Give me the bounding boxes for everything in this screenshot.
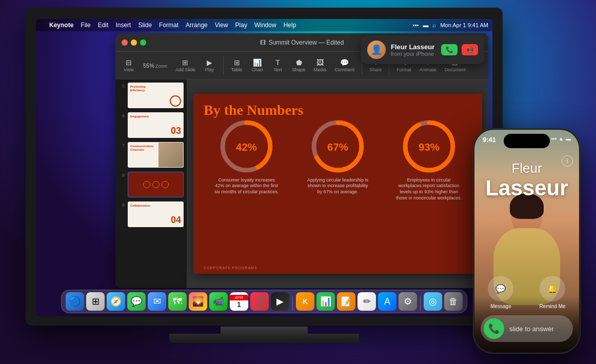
dock-numbers[interactable]: 📊 bbox=[316, 292, 335, 311]
donut-3-caption: Employees in circular workplaces report … bbox=[395, 177, 462, 201]
text-icon: T bbox=[275, 59, 280, 66]
donut-svg-2: 67% bbox=[311, 119, 365, 173]
slide-thumb-6[interactable]: Engagement 03 bbox=[128, 112, 184, 138]
menubar-format[interactable]: Format bbox=[156, 21, 182, 30]
dock-calendar[interactable]: APR 1 bbox=[230, 292, 248, 311]
slide-thumb-5[interactable]: PromotingEfficiency bbox=[128, 83, 184, 108]
dock-mail[interactable]: ✉ bbox=[148, 292, 166, 311]
keynote-main: 5 PromotingEfficiency 6 Engagement 03 bbox=[115, 79, 488, 288]
donut-2-caption: Applying circular leadership is shown to… bbox=[304, 177, 371, 195]
svg-text:67%: 67% bbox=[327, 141, 348, 153]
iphone-screen: 9:41 ▪▪▪ ▲ ▬ Fleur Lasseur 💬 Message bbox=[474, 130, 579, 352]
zoom-label: Zoom bbox=[155, 64, 167, 69]
slide-to-answer[interactable]: 📞 slide to answer bbox=[481, 315, 573, 342]
menubar-arrange[interactable]: Arrange bbox=[183, 21, 211, 30]
donut-svg-1: 42% bbox=[220, 119, 273, 173]
answer-phone-button[interactable]: 📞 bbox=[484, 318, 504, 339]
remind-btn-label: Remind Me bbox=[539, 304, 565, 309]
remind-btn[interactable]: 🔔 Remind Me bbox=[539, 276, 565, 309]
slide-thumb-7[interactable]: CommunicationChannels bbox=[128, 142, 184, 168]
svg-text:42%: 42% bbox=[236, 141, 257, 153]
toolbar-play[interactable]: ▶ Play bbox=[201, 57, 219, 74]
menubar-file[interactable]: File bbox=[77, 21, 93, 30]
info-button[interactable]: i bbox=[562, 155, 573, 167]
call-avatar: 👤 bbox=[367, 41, 386, 59]
shape-icon: ⬟ bbox=[296, 59, 302, 66]
slide-panel[interactable]: 5 PromotingEfficiency 6 Engagement 03 bbox=[115, 79, 187, 288]
slide-item-5[interactable]: 5 PromotingEfficiency bbox=[117, 82, 185, 109]
dock-trash[interactable]: 🗑 bbox=[444, 292, 463, 311]
decline-call-button[interactable]: 📵 bbox=[462, 44, 478, 55]
slide-number-5: 5 bbox=[118, 84, 125, 89]
message-btn-label: Message bbox=[490, 304, 511, 309]
toolbar-zoom[interactable]: 55% Zoom bbox=[140, 60, 170, 71]
toolbar-add-slide[interactable]: ⊞ Add Slide bbox=[172, 57, 198, 74]
dock-music[interactable]: 🎵 bbox=[250, 292, 269, 311]
menubar-edit[interactable]: Edit bbox=[95, 21, 112, 30]
dock-launchpad[interactable]: ⊞ bbox=[86, 292, 105, 311]
minimize-button[interactable] bbox=[131, 39, 137, 46]
slide-view: By the Numbers 42% bbox=[187, 79, 488, 288]
accept-call-button[interactable]: 📞 bbox=[441, 44, 458, 55]
menubar-search-icon[interactable]: ⌕ bbox=[432, 22, 436, 28]
dock-appstore[interactable]: A bbox=[378, 292, 396, 311]
toolbar-view[interactable]: ⊟ View bbox=[120, 57, 138, 74]
slide-item-8[interactable]: 8 bbox=[117, 171, 185, 198]
slide-item-6[interactable]: 6 Engagement 03 bbox=[117, 111, 185, 139]
dock-photos[interactable]: 🌄 bbox=[189, 292, 207, 311]
menubar-wifi-icon: ▪▪▪ bbox=[413, 22, 419, 28]
slide-thumb-8[interactable] bbox=[128, 172, 184, 197]
slide8-circle3 bbox=[162, 181, 169, 188]
keynote-doc-icon: 🎞 bbox=[260, 39, 266, 46]
media-icon: 🖼 bbox=[316, 59, 324, 66]
menubar-insert[interactable]: Insert bbox=[112, 21, 134, 30]
slide6-number: 03 bbox=[171, 126, 181, 136]
toolbar-comment[interactable]: 💬 Comment bbox=[331, 57, 357, 74]
slide6-title: Engagement bbox=[130, 115, 181, 118]
dock: 🔵 ⊞ 🧭 💬 ✉ 🗺 🌄 📹 APR 1 🎵 ▶ K � bbox=[61, 290, 467, 313]
macbook-base bbox=[169, 334, 359, 343]
dock-appletv[interactable]: ▶ bbox=[271, 292, 289, 311]
dock-facetime[interactable]: 📹 bbox=[209, 292, 228, 311]
menubar-slide[interactable]: Slide bbox=[135, 21, 155, 30]
dock-settings[interactable]: ⚙ bbox=[399, 292, 417, 311]
slide-item-7[interactable]: 7 CommunicationChannels bbox=[117, 141, 185, 169]
chart-icon: 📊 bbox=[253, 59, 262, 66]
menubar-view[interactable]: View bbox=[212, 21, 231, 30]
donut-1: 42% Consumer loyalty increases 42% on av… bbox=[213, 119, 280, 201]
toolbar-media[interactable]: 🖼 Media bbox=[311, 57, 330, 74]
dock-pages[interactable]: 📝 bbox=[337, 292, 355, 311]
slide-canvas[interactable]: By the Numbers 42% bbox=[193, 94, 482, 274]
toolbar-text[interactable]: T Text bbox=[269, 57, 287, 74]
close-button[interactable] bbox=[122, 39, 128, 46]
donut-2: 67% Applying circular leadership is show… bbox=[304, 119, 371, 201]
toolbar-table[interactable]: ⊞ Table bbox=[228, 57, 246, 74]
dock-finder[interactable]: 🔵 bbox=[66, 292, 84, 311]
dock-maps[interactable]: 🗺 bbox=[168, 292, 187, 311]
dock-safari[interactable]: 🧭 bbox=[107, 292, 125, 311]
dock-freeform[interactable]: ✏ bbox=[357, 292, 376, 311]
window-title: 🎞 Summit Overview — Edited bbox=[260, 39, 344, 46]
maximize-button[interactable] bbox=[140, 39, 146, 46]
toolbar-chart[interactable]: 📊 Chart bbox=[248, 57, 267, 74]
slide9-number: 04 bbox=[171, 215, 181, 226]
menubar-app-name[interactable]: Keynote bbox=[46, 21, 76, 30]
slide-item-9[interactable]: 9 Collaboration 04 bbox=[117, 200, 185, 228]
donut-1-caption: Consumer loyalty increases 42% on averag… bbox=[213, 177, 280, 195]
phone-icon: 📞 bbox=[488, 323, 500, 334]
dock-screensaver[interactable]: ◎ bbox=[424, 292, 442, 311]
message-btn[interactable]: 💬 Message bbox=[488, 276, 513, 309]
comment-icon: 💬 bbox=[340, 59, 349, 66]
donut-svg-3: 93% bbox=[402, 119, 456, 173]
menubar-battery-icon: ▬ bbox=[423, 22, 428, 28]
add-slide-icon: ⊞ bbox=[182, 59, 188, 66]
menubar-play[interactable]: Play bbox=[232, 21, 250, 30]
dock-keynote[interactable]: K bbox=[296, 292, 314, 311]
dock-messages[interactable]: 💬 bbox=[127, 292, 146, 311]
slide-thumb-9[interactable]: Collaboration 04 bbox=[128, 201, 184, 227]
menubar-help[interactable]: Help bbox=[281, 21, 300, 30]
toolbar-shape[interactable]: ⬟ Shape bbox=[289, 57, 309, 74]
caller-name-area: Fleur Lasseur bbox=[474, 160, 579, 200]
slide-number-9: 9 bbox=[118, 203, 125, 208]
menubar-window[interactable]: Window bbox=[251, 21, 280, 30]
